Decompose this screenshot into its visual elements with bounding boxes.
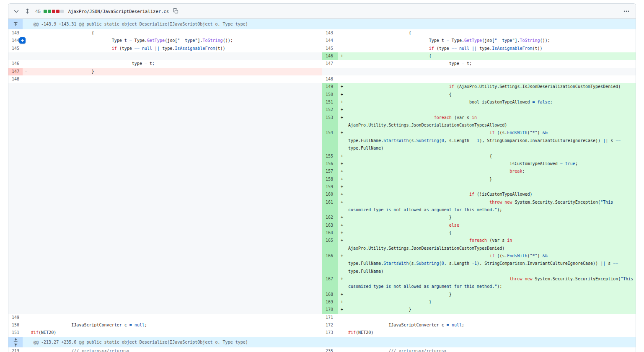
diff-row: 163+ else bbox=[8, 222, 636, 229]
line-number[interactable]: 147 bbox=[322, 60, 338, 67]
line-number[interactable]: 173 bbox=[322, 329, 338, 336]
diff-side-new: 155+ { bbox=[322, 153, 636, 160]
diff-marker bbox=[23, 29, 31, 37]
diff-row: 161+ throw new System.Security.SecurityE… bbox=[8, 199, 636, 214]
code-line bbox=[31, 75, 322, 83]
diff-marker: + bbox=[338, 183, 348, 191]
diff-row: 213 /// <returns></returns>235 /// <retu… bbox=[8, 347, 636, 352]
diff-side-old: 145 if (type == null || type.IsAssignabl… bbox=[8, 45, 322, 52]
diff-marker: + bbox=[338, 168, 348, 175]
line-number[interactable]: 148 bbox=[322, 75, 338, 83]
diff-side-new: 159+ bbox=[322, 183, 636, 191]
empty-diff-cell bbox=[8, 252, 322, 275]
line-number[interactable]: 148 bbox=[8, 75, 23, 83]
diff-marker: + bbox=[338, 176, 348, 183]
diff-side-old bbox=[8, 291, 322, 298]
line-number[interactable]: 165 bbox=[322, 237, 338, 252]
code-line bbox=[348, 75, 636, 83]
code-line: /// <returns></returns> bbox=[348, 347, 636, 352]
diff-row: 164+ { bbox=[8, 229, 636, 237]
diff-side-new bbox=[322, 68, 636, 75]
diff-side-new: 168+ } bbox=[322, 291, 636, 298]
collapse-file-chevron-icon[interactable] bbox=[12, 7, 21, 16]
diff-row: 160+ if (!isCustomTypeAllowed) bbox=[8, 191, 636, 198]
line-number[interactable]: 153 bbox=[322, 114, 338, 129]
diff-side-old bbox=[8, 275, 322, 291]
line-number[interactable]: 154 bbox=[322, 129, 338, 152]
code-line: if ((s.EndsWith("*") && type.FullName.St… bbox=[348, 129, 636, 152]
line-number[interactable]: 164 bbox=[322, 229, 338, 237]
diff-marker bbox=[338, 347, 348, 352]
line-number[interactable]: 146 bbox=[322, 52, 338, 60]
line-number[interactable]: 143 bbox=[322, 29, 338, 37]
diff-row: 158+ } bbox=[8, 176, 636, 183]
expand-up-icon[interactable] bbox=[13, 342, 18, 347]
line-number[interactable]: 151 bbox=[322, 98, 338, 106]
hunk-header-row: @@ -143,9 +143,31 @@ public static objec… bbox=[8, 19, 636, 29]
code-line: type = t; bbox=[348, 60, 636, 67]
line-number[interactable]: 167 bbox=[322, 275, 338, 291]
empty-diff-cell bbox=[8, 199, 322, 214]
line-number[interactable]: 160 bbox=[322, 191, 338, 198]
add-comment-button[interactable]: + bbox=[19, 37, 26, 44]
diff-row: 150+ { bbox=[8, 91, 636, 98]
line-number[interactable]: 213 bbox=[8, 347, 23, 352]
diff-marker bbox=[338, 314, 348, 321]
line-number[interactable]: 169 bbox=[322, 298, 338, 306]
line-number[interactable]: 147 bbox=[8, 68, 23, 75]
diff-row: 157+ break; bbox=[8, 168, 636, 175]
line-number[interactable]: 170 bbox=[322, 306, 338, 313]
line-number[interactable]: 144+ bbox=[8, 37, 23, 44]
drag-handle-icon[interactable] bbox=[23, 7, 31, 15]
diff-side-old bbox=[8, 298, 322, 306]
line-number[interactable]: 149 bbox=[322, 83, 338, 91]
diff-marker: + bbox=[338, 91, 348, 98]
line-number[interactable]: 143 bbox=[8, 29, 23, 37]
line-number[interactable]: 168 bbox=[322, 291, 338, 298]
code-line: else bbox=[348, 222, 636, 229]
line-number[interactable]: 161 bbox=[322, 199, 338, 214]
empty-diff-cell bbox=[8, 191, 322, 198]
code-line bbox=[31, 314, 322, 321]
line-number[interactable]: 158 bbox=[322, 176, 338, 183]
line-number[interactable]: 145 bbox=[322, 45, 338, 52]
line-number[interactable]: 235 bbox=[322, 347, 338, 352]
line-number[interactable]: 172 bbox=[322, 321, 338, 329]
line-number[interactable]: 150 bbox=[322, 91, 338, 98]
line-number[interactable]: 145 bbox=[8, 45, 23, 52]
line-number[interactable]: 152 bbox=[322, 106, 338, 114]
changes-count: 45 bbox=[35, 9, 41, 14]
empty-diff-cell bbox=[8, 237, 322, 252]
diff-marker bbox=[23, 314, 31, 321]
line-number[interactable]: 159 bbox=[322, 183, 338, 191]
line-number[interactable]: 144 bbox=[322, 37, 338, 44]
line-number[interactable]: 155 bbox=[322, 153, 338, 160]
empty-diff-cell bbox=[8, 298, 322, 306]
line-number[interactable]: 150 bbox=[8, 321, 23, 329]
line-number[interactable]: 162 bbox=[322, 214, 338, 221]
code-line: IJavaScriptConverter c = null; bbox=[31, 321, 322, 329]
copy-path-icon[interactable] bbox=[172, 7, 180, 15]
diff-marker: + bbox=[338, 306, 348, 313]
line-number[interactable]: 151 bbox=[8, 329, 23, 336]
line-number[interactable]: 163 bbox=[322, 222, 338, 229]
diff-row: 146+ { bbox=[8, 52, 636, 60]
file-options-kebab-icon[interactable] bbox=[622, 7, 631, 16]
diff-side-new: 150+ { bbox=[322, 91, 636, 98]
line-number[interactable]: 156 bbox=[322, 160, 338, 168]
code-line: } bbox=[348, 176, 636, 183]
diff-row: 151#if(NET20)173#if(NET20) bbox=[8, 329, 636, 336]
expand-down-icon[interactable] bbox=[13, 337, 18, 342]
file-path: AjaxPro/JSON/JavaScriptDeserializer.cs bbox=[68, 9, 169, 14]
empty-diff-cell bbox=[8, 306, 322, 313]
expand-up-icon[interactable] bbox=[13, 22, 18, 27]
line-number[interactable]: 157 bbox=[322, 168, 338, 175]
line-number[interactable]: 146 bbox=[8, 60, 23, 67]
diff-side-new: 151+ bool isCustomTypeAllowed = false; bbox=[322, 98, 636, 106]
line-number[interactable]: 171 bbox=[322, 314, 338, 321]
diff-side-old bbox=[8, 229, 322, 237]
diff-marker: + bbox=[338, 229, 348, 237]
code-line: } bbox=[348, 214, 636, 221]
line-number[interactable]: 166 bbox=[322, 252, 338, 275]
line-number[interactable]: 149 bbox=[8, 314, 23, 321]
